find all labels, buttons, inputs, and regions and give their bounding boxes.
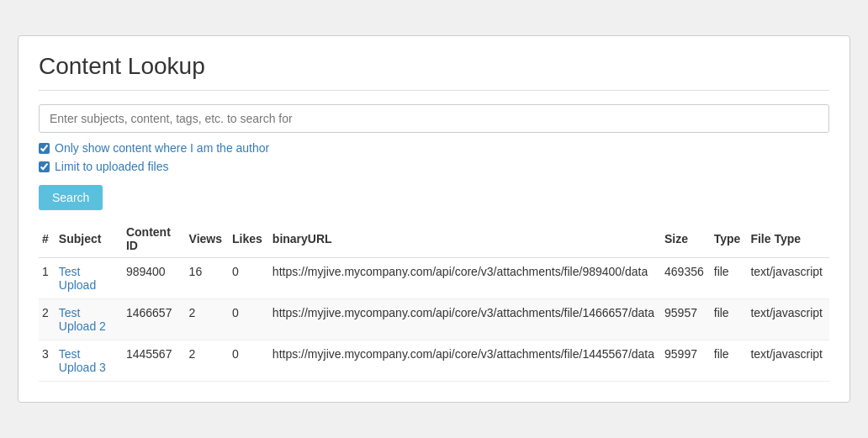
column-header: Content ID bbox=[123, 220, 186, 258]
column-header: binaryURL bbox=[269, 220, 661, 258]
search-input[interactable] bbox=[39, 104, 829, 133]
search-button[interactable]: Search bbox=[39, 185, 103, 210]
column-header: Likes bbox=[229, 220, 269, 258]
table-row: 1Test Upload989400160https://myjive.myco… bbox=[39, 258, 829, 299]
cell-views: 16 bbox=[186, 258, 229, 299]
results-table: #SubjectContent IDViewsLikesbinaryURLSiz… bbox=[39, 220, 829, 382]
cell-likes: 0 bbox=[229, 299, 269, 340]
filter-row: Only show content where I am the author bbox=[39, 141, 829, 155]
subject-link[interactable]: Test Upload 3 bbox=[59, 347, 106, 374]
table-row: 3Test Upload 3144556720https://myjive.my… bbox=[39, 340, 829, 382]
page-title: Content Lookup bbox=[39, 53, 829, 91]
cell-size: 95957 bbox=[661, 299, 711, 340]
cell-subject: Test Upload 3 bbox=[56, 340, 123, 382]
column-header: Subject bbox=[56, 220, 123, 258]
cell-likes: 0 bbox=[229, 258, 269, 299]
filter-checkbox-filter-uploaded[interactable] bbox=[39, 161, 50, 172]
filter-label: Limit to uploaded files bbox=[55, 160, 168, 173]
cell-content-id: 1466657 bbox=[123, 299, 186, 340]
cell-binary-url: https://myjive.mycompany.com/api/core/v3… bbox=[269, 340, 661, 382]
cell-num: 2 bbox=[39, 299, 56, 340]
filters-container: Only show content where I am the authorL… bbox=[39, 141, 829, 173]
table-header-row: #SubjectContent IDViewsLikesbinaryURLSiz… bbox=[39, 220, 829, 258]
column-header: File Type bbox=[747, 220, 829, 258]
filter-label: Only show content where I am the author bbox=[55, 141, 269, 155]
cell-file-type: text/javascript bbox=[747, 258, 829, 299]
cell-num: 1 bbox=[39, 258, 56, 299]
cell-num: 3 bbox=[39, 340, 56, 382]
cell-file-type: text/javascript bbox=[747, 340, 829, 382]
cell-subject: Test Upload bbox=[56, 258, 123, 299]
column-header: Views bbox=[186, 220, 229, 258]
column-header: Type bbox=[711, 220, 748, 258]
table-body: 1Test Upload989400160https://myjive.myco… bbox=[39, 258, 829, 382]
cell-file-type: text/javascript bbox=[747, 299, 829, 340]
filter-row: Limit to uploaded files bbox=[39, 160, 829, 173]
cell-views: 2 bbox=[186, 299, 229, 340]
cell-binary-url: https://myjive.mycompany.com/api/core/v3… bbox=[269, 258, 661, 299]
cell-type: file bbox=[711, 299, 748, 340]
cell-subject: Test Upload 2 bbox=[56, 299, 123, 340]
filter-checkbox-filter-author[interactable] bbox=[39, 143, 50, 154]
cell-content-id: 1445567 bbox=[123, 340, 186, 382]
column-header: # bbox=[39, 220, 56, 258]
column-header: Size bbox=[661, 220, 711, 258]
cell-content-id: 989400 bbox=[123, 258, 186, 299]
subject-link[interactable]: Test Upload bbox=[59, 265, 96, 292]
table-row: 2Test Upload 2146665720https://myjive.my… bbox=[39, 299, 829, 340]
cell-size: 95997 bbox=[661, 340, 711, 382]
cell-binary-url: https://myjive.mycompany.com/api/core/v3… bbox=[269, 299, 661, 340]
cell-type: file bbox=[711, 340, 748, 382]
cell-likes: 0 bbox=[229, 340, 269, 382]
cell-type: file bbox=[711, 258, 748, 299]
subject-link[interactable]: Test Upload 2 bbox=[59, 306, 106, 333]
main-container: Content Lookup Only show content where I… bbox=[18, 35, 850, 403]
cell-views: 2 bbox=[186, 340, 229, 382]
cell-size: 469356 bbox=[661, 258, 711, 299]
